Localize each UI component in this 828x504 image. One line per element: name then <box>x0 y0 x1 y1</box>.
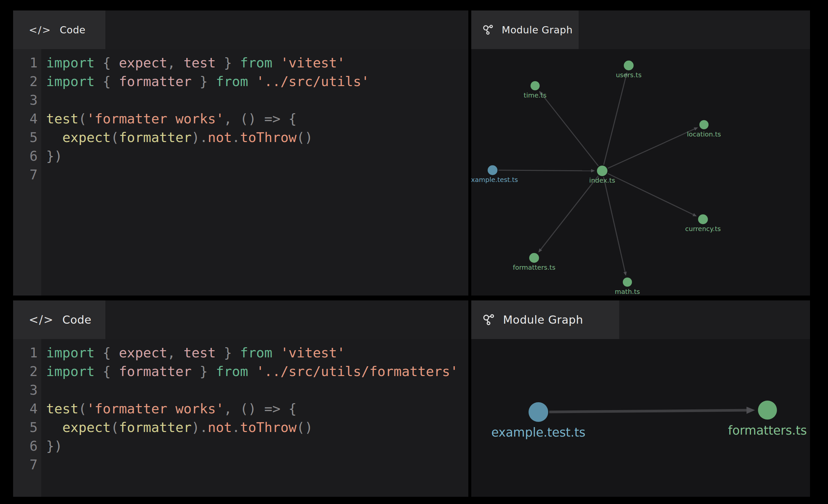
code-line: 6}) <box>13 437 468 456</box>
code-line: 2import { formatter } from '../src/utils… <box>13 362 468 381</box>
line-number: 4 <box>13 110 38 128</box>
code-icon: </> <box>29 24 51 36</box>
module-graph-panel-top: Module Graph users.tstime.tslocation.tse… <box>471 10 810 296</box>
tab-label: Code <box>62 313 91 326</box>
graph-node-label: users.ts <box>616 71 642 79</box>
code-line: 2import { formatter } from '../src/utils… <box>13 72 468 91</box>
code-icon: </> <box>29 313 54 326</box>
tab-code[interactable]: </> Code <box>13 300 106 339</box>
module-graph-canvas[interactable]: example.test.tsformatters.ts <box>471 339 810 497</box>
code-line: 1import { expect, test } from 'vitest' <box>13 54 468 72</box>
line-number: 4 <box>13 400 38 418</box>
module-graph-header: Module Graph <box>471 300 810 339</box>
code-line: 7 <box>13 166 468 184</box>
graph-edge-arrowhead <box>591 169 595 172</box>
code-editor[interactable]: 1import { expect, test } from 'vitest'2i… <box>13 49 468 296</box>
line-number: 5 <box>13 418 38 437</box>
code-text <box>38 381 46 400</box>
tab-module-graph[interactable]: Module Graph <box>471 300 619 339</box>
line-number: 7 <box>13 166 38 184</box>
graph-node-label: formatters.ts <box>728 423 807 437</box>
page-background: { "colors": { "background": "#000000", "… <box>0 0 828 504</box>
module-graph-icon <box>482 24 494 36</box>
graph-node-formatters.ts[interactable] <box>758 401 777 420</box>
code-line: 4test('formatter works', () => { <box>13 110 468 128</box>
code-text: expect(formatter).not.toThrow() <box>38 418 313 437</box>
code-text: }) <box>38 437 62 456</box>
code-panel-header: </> Code <box>13 10 468 49</box>
graph-node-time.ts[interactable] <box>531 81 540 90</box>
code-text <box>38 456 46 474</box>
code-text: test('formatter works', () => { <box>38 110 296 128</box>
graph-node-example.test.ts[interactable] <box>529 402 548 422</box>
graph-edge <box>604 177 625 272</box>
graph-edge-arrowhead <box>623 271 627 276</box>
code-panel-header: </> Code <box>13 300 468 339</box>
graph-node-label: location.ts <box>687 130 721 138</box>
code-text: test('formatter works', () => { <box>38 400 296 418</box>
graph-edge <box>498 170 591 171</box>
code-text <box>38 91 46 110</box>
graph-edge <box>608 173 693 214</box>
graph-node-location.ts[interactable] <box>699 120 709 129</box>
code-line: 7 <box>13 456 468 474</box>
module-graph-panel-bottom: Module Graph example.test.tsformatters.t… <box>471 300 810 497</box>
line-number: 3 <box>13 91 38 110</box>
graph-node-label: example.test.ts <box>491 425 585 439</box>
graph-node-label: formatters.ts <box>513 263 555 271</box>
graph-node-math.ts[interactable] <box>623 278 632 287</box>
module-graph-header: Module Graph <box>471 10 810 49</box>
code-line: 5 expect(formatter).not.toThrow() <box>13 418 468 437</box>
graph-node-example.test.ts[interactable] <box>488 165 497 175</box>
code-text: import { expect, test } from 'vitest' <box>38 54 345 72</box>
graph-edge <box>604 76 626 165</box>
code-line: 3 <box>13 381 468 400</box>
code-text <box>38 166 46 184</box>
code-text: import { formatter } from '../src/utils' <box>38 72 369 91</box>
graph-node-index.ts[interactable] <box>597 166 608 176</box>
graph-node-label: math.ts <box>615 288 640 296</box>
module-graph-icon <box>482 313 496 327</box>
code-text: }) <box>38 147 62 166</box>
code-line: 6}) <box>13 147 468 166</box>
graph-node-label: index.ts <box>589 176 615 184</box>
line-number: 7 <box>13 456 38 474</box>
code-text: expect(formatter).not.toThrow() <box>38 128 313 147</box>
tab-code[interactable]: </> Code <box>13 10 106 49</box>
graph-node-formatters.ts[interactable] <box>529 253 539 263</box>
module-graph-canvas[interactable]: users.tstime.tslocation.tsexample.test.t… <box>471 49 810 296</box>
graph-edge <box>549 410 746 412</box>
code-panel-bottom: </> Code 1import { expect, test } from '… <box>13 300 468 497</box>
tab-label: Module Graph <box>502 24 573 36</box>
line-number: 1 <box>13 54 38 72</box>
graph-node-label: time.ts <box>524 91 546 99</box>
line-number: 6 <box>13 437 38 456</box>
graph-node-label: example.test.ts <box>471 176 518 183</box>
graph-node-label: currency.ts <box>685 225 721 233</box>
line-number: 2 <box>13 72 38 91</box>
code-text: import { formatter } from '../src/utils/… <box>38 362 458 381</box>
line-number: 2 <box>13 362 38 381</box>
code-line: 3 <box>13 91 468 110</box>
graph-edge <box>608 129 695 168</box>
code-text: import { expect, test } from 'vitest' <box>38 344 345 362</box>
tab-label: Code <box>59 24 85 36</box>
code-line: 5 expect(formatter).not.toThrow() <box>13 128 468 147</box>
code-line: 4test('formatter works', () => { <box>13 400 468 418</box>
line-number: 6 <box>13 147 38 166</box>
graph-node-users.ts[interactable] <box>624 60 633 70</box>
graph-node-currency.ts[interactable] <box>698 214 708 224</box>
tab-module-graph[interactable]: Module Graph <box>471 10 579 49</box>
line-number: 5 <box>13 128 38 147</box>
code-panel-top: </> Code 1import { expect, test } from '… <box>13 10 468 296</box>
line-number: 1 <box>13 344 38 362</box>
line-number: 3 <box>13 381 38 400</box>
code-line: 1import { expect, test } from 'vitest' <box>13 344 468 362</box>
code-editor[interactable]: 1import { expect, test } from 'vitest'2i… <box>13 339 468 497</box>
graph-edge-arrowhead <box>746 407 755 414</box>
graph-edge <box>541 176 598 249</box>
graph-edge <box>542 94 598 166</box>
tab-label: Module Graph <box>503 313 583 326</box>
